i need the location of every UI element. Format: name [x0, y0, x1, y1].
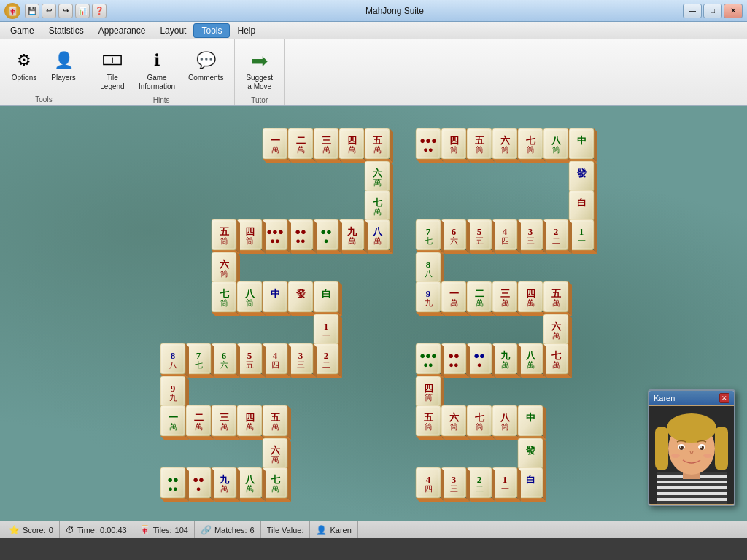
tile-legend-button[interactable]: 🀱 TileLegend [94, 45, 131, 95]
stats-quick-btn[interactable]: 📊 [75, 4, 90, 18]
svg-text:六: 六 [450, 236, 458, 245]
svg-text:●●: ●● [473, 350, 485, 361]
status-tilevalue: Tile Value: [261, 521, 311, 538]
svg-marker-57 [364, 219, 368, 254]
svg-text:●●: ●● [449, 360, 458, 369]
svg-text:八: 八 [244, 288, 255, 299]
svg-text:萬: 萬 [348, 236, 356, 245]
svg-text:萬: 萬 [169, 422, 177, 431]
tile-snake-group[interactable]: 一萬二萬三萬四萬五萬六萬七萬八萬九萬●●●●●●●●●●●●四筒五筒六筒七筒八筒… [160, 128, 597, 502]
svg-text:一: 一 [449, 288, 459, 299]
quick-access-toolbar: 💾 ↩ ↪ 📊 ❓ [25, 4, 107, 18]
svg-text:六: 六 [551, 321, 562, 332]
title-left: 🀄 💾 ↩ ↪ 📊 ❓ [4, 3, 107, 19]
tilevalue-label: Tile Value: [267, 526, 304, 534]
svg-text:筒: 筒 [552, 145, 560, 154]
svg-marker-202 [160, 436, 189, 440]
svg-marker-138 [338, 314, 342, 349]
svg-text:九: 九 [219, 474, 230, 485]
players-button[interactable]: 👤 Players [45, 45, 82, 86]
maximize-button[interactable]: □ [703, 4, 722, 18]
svg-marker-173 [236, 343, 240, 378]
svg-marker-314 [543, 159, 572, 163]
status-bar: ⭐ Score: 0 ⏱ Time: 0:00:43 🀄 Tiles: 104 … [0, 521, 747, 538]
svg-marker-293 [467, 159, 495, 163]
svg-marker-229 [287, 405, 291, 440]
svg-text:七: 七 [526, 135, 536, 146]
svg-text:中: 中 [577, 135, 587, 146]
menu-appearance[interactable]: Appearance [91, 24, 153, 37]
close-button[interactable]: ✕ [724, 4, 743, 18]
svg-text:九: 九 [425, 298, 433, 307]
svg-text:三: 三 [527, 236, 535, 245]
svg-marker-78 [287, 219, 291, 254]
svg-marker-559 [441, 467, 444, 502]
svg-text:8: 8 [426, 259, 431, 270]
svg-marker-9 [288, 159, 317, 163]
svg-marker-265 [186, 498, 214, 502]
svg-marker-367 [467, 250, 495, 254]
status-time: ⏱ Time: 0:00:43 [60, 521, 133, 538]
menu-tools[interactable]: Tools [193, 23, 230, 38]
svg-marker-346 [543, 250, 572, 254]
svg-text:2: 2 [554, 226, 559, 237]
svg-marker-332 [594, 190, 597, 225]
undo-quick-btn[interactable]: ↩ [42, 4, 56, 18]
options-button[interactable]: ⚙ Options [6, 45, 42, 86]
svg-marker-50 [390, 219, 393, 254]
svg-text:萬: 萬 [195, 422, 203, 431]
redo-quick-btn[interactable]: ↪ [58, 4, 73, 18]
svg-marker-121 [263, 312, 291, 316]
svg-marker-345 [568, 219, 572, 254]
menu-game[interactable]: Game [3, 24, 42, 37]
svg-marker-51 [365, 250, 393, 254]
suggest-move-button[interactable]: ➡ Suggesta Move [241, 45, 278, 95]
svg-text:二: 二 [552, 236, 560, 245]
svg-text:八: 八 [525, 350, 536, 361]
minimize-button[interactable]: — [683, 4, 702, 18]
svg-text:5: 5 [477, 226, 482, 237]
comments-button[interactable]: 💬 Comments [183, 45, 228, 86]
svg-text:五: 五 [476, 236, 484, 245]
svg-marker-36 [390, 161, 393, 195]
svg-text:5: 5 [247, 350, 252, 361]
tutor-group-label: Tutor [251, 95, 268, 106]
svg-marker-251 [237, 498, 266, 502]
svg-text:萬: 萬 [552, 360, 560, 369]
menu-help[interactable]: Help [230, 24, 263, 37]
svg-text:筒: 筒 [220, 269, 228, 278]
player-panel-close-button[interactable]: ✕ [719, 393, 729, 403]
svg-text:六: 六 [219, 259, 230, 270]
save-quick-btn[interactable]: 💾 [25, 4, 39, 18]
svg-marker-360 [492, 250, 521, 254]
game-information-button[interactable]: ℹ GameInformation [133, 45, 180, 95]
svg-text:萬: 萬 [297, 145, 305, 154]
ribbon-group-hints: 🀱 TileLegend ℹ GameInformation 💬 Comment… [88, 39, 235, 105]
svg-text:四: 四 [271, 360, 279, 369]
svg-point-580 [700, 446, 704, 450]
svg-marker-160 [263, 374, 291, 378]
svg-marker-416 [492, 312, 521, 316]
svg-marker-64 [338, 219, 342, 254]
svg-text:●●: ●● [295, 226, 306, 237]
svg-text:九: 九 [347, 226, 357, 237]
time-icon: ⏱ [66, 525, 74, 535]
svg-text:9: 9 [426, 288, 431, 299]
svg-text:七: 七 [271, 474, 281, 485]
menu-statistics[interactable]: Statistics [42, 24, 91, 37]
svg-marker-271 [185, 467, 189, 502]
comments-icon: 💬 [194, 49, 217, 72]
svg-text:一: 一 [271, 135, 280, 146]
svg-text:筒: 筒 [425, 393, 433, 402]
svg-text:萬: 萬 [501, 360, 509, 369]
svg-text:七: 七 [220, 288, 230, 299]
svg-point-574 [667, 413, 716, 443]
tiles-label: Tiles: [153, 526, 172, 534]
svg-marker-286 [441, 159, 470, 163]
svg-text:四: 四 [245, 412, 255, 423]
menu-layout[interactable]: Layout [152, 24, 193, 37]
help-quick-btn[interactable]: ❓ [92, 4, 107, 18]
matches-icon: 🔗 [201, 525, 212, 535]
status-score: ⭐ Score: 0 [3, 521, 60, 538]
svg-marker-450 [543, 343, 546, 378]
